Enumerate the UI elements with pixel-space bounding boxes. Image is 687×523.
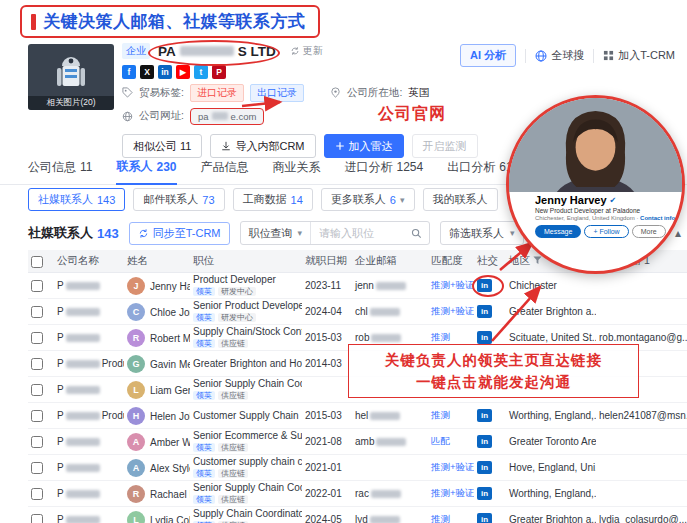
x-icon[interactable]: X	[140, 65, 154, 79]
job-tag: 领英	[193, 469, 215, 478]
tag-icon	[122, 87, 133, 98]
contact-filter-select[interactable]: 筛选联系人▾	[440, 221, 524, 245]
search-icon[interactable]	[411, 228, 429, 239]
tab-label: 产品信息	[201, 159, 249, 176]
pill-business-data[interactable]: 工商数据14	[233, 188, 313, 211]
join-tcrm-button[interactable]: 加入T-CRM	[603, 48, 675, 63]
company-name-suffix: S LTD	[238, 44, 276, 59]
row-checkbox[interactable]	[31, 384, 43, 396]
website-annotation: 公司官网	[378, 104, 446, 125]
linkedin-icon[interactable]: in	[477, 305, 492, 318]
job-tag: 供应链	[218, 339, 248, 348]
filter-funnel-icon[interactable]	[533, 256, 542, 265]
contact-name: Liam Gent	[150, 384, 190, 395]
row-checkbox[interactable]	[31, 488, 43, 500]
pill-my-contacts[interactable]: 我的联系人	[423, 188, 498, 211]
row-checkbox[interactable]	[31, 358, 43, 370]
contact-name: Helen Johnstone	[150, 410, 190, 421]
sync-tcrm-button[interactable]: 同步至T-CRM	[129, 222, 230, 245]
company-website[interactable]: pa e.com	[190, 108, 264, 125]
match-level: 推测+验证	[428, 481, 474, 507]
match-level: 推测+验证	[428, 455, 474, 481]
position-search-input[interactable]	[311, 227, 411, 239]
ai-analysis-button[interactable]: AI 分析	[460, 44, 516, 67]
linkedin-icon[interactable]: in	[477, 435, 492, 448]
company-name: P	[57, 488, 102, 499]
linkedin-icon[interactable]: in	[477, 513, 492, 523]
extra-email	[596, 273, 687, 299]
tab-products[interactable]: 产品信息	[201, 152, 249, 184]
match-level: 匹配	[428, 429, 474, 455]
contact-name: Jenny Harvey	[150, 280, 190, 291]
follow-button[interactable]: + Follow	[584, 225, 628, 238]
header-top-actions: AI 分析 全球搜 加入T-CRM	[460, 44, 675, 67]
message-button[interactable]: Message	[535, 225, 581, 238]
column-header: 社交	[474, 250, 506, 273]
tab-contacts[interactable]: 联系人230	[116, 152, 176, 185]
row-checkbox[interactable]	[31, 436, 43, 448]
company-name: PProduc...	[57, 410, 124, 421]
divider	[525, 49, 526, 63]
region: Worthing, England,...	[506, 481, 596, 507]
extra-email: lydia_colasurdo@...	[596, 507, 687, 523]
linkedin-icon[interactable]: in	[477, 487, 492, 500]
sync-icon	[138, 228, 149, 239]
table-row[interactable]: P AAmber Whitty Senior Ecommerce & Suppl…	[28, 429, 687, 455]
avatar: H	[127, 407, 145, 425]
table-row[interactable]: PProduc... HHelen Johnstone Customer Sup…	[28, 403, 687, 429]
tab-import-analysis[interactable]: 进口分析1254	[345, 152, 424, 184]
refresh-button[interactable]: 更新	[290, 44, 323, 58]
pill-label: 我的联系人	[433, 192, 488, 207]
extra-email	[596, 299, 687, 325]
company-name: P	[57, 514, 102, 523]
row-checkbox[interactable]	[31, 280, 43, 292]
export-records-tag[interactable]: 出口记录	[250, 84, 304, 102]
enterprise-badge: 企业	[122, 43, 150, 59]
pinterest-icon[interactable]: P	[212, 65, 226, 79]
twitter-icon[interactable]: t	[194, 65, 208, 79]
extra-email	[596, 455, 687, 481]
linkedin-icon[interactable]: in	[477, 409, 492, 422]
select-all-checkbox[interactable]	[31, 256, 43, 268]
table-row[interactable]: P LLydia Colasurdo Supply Chain Coordina…	[28, 507, 687, 523]
row-checkbox[interactable]	[31, 410, 43, 422]
table-row[interactable]: P CChloe Jones Senior Product Developer领…	[28, 299, 687, 325]
contact-info-link[interactable]: Contact info	[640, 215, 675, 221]
position-select[interactable]: 职位查询▾	[241, 222, 312, 244]
refresh-icon	[290, 46, 300, 56]
pill-social-contacts[interactable]: 社媒联系人143	[28, 188, 125, 211]
column-header: 姓名	[124, 250, 190, 273]
table-row[interactable]: P RRachael Kelly Senior Supply Chain Coo…	[28, 481, 687, 507]
grid-icon	[603, 50, 614, 61]
youtube-icon[interactable]: ▶	[176, 65, 190, 79]
row-checkbox[interactable]	[31, 514, 43, 523]
linkedin-icon[interactable]: in	[477, 279, 492, 292]
facebook-icon[interactable]: f	[122, 65, 136, 79]
company-name: PA S LTD	[158, 44, 276, 59]
tab-count: 230	[156, 160, 176, 174]
tab-business-relations[interactable]: 商业关系	[273, 152, 321, 184]
globe-icon	[535, 50, 547, 62]
tab-company-info[interactable]: 公司信息11	[28, 152, 92, 184]
linkedin-icon[interactable]: in	[477, 331, 492, 344]
column-header: 公司名称	[54, 250, 124, 273]
pill-more-contacts[interactable]: 更多联系人6▾	[321, 188, 415, 211]
global-search-button[interactable]: 全球搜	[535, 48, 584, 63]
linkedin-icon[interactable]: in	[477, 461, 492, 474]
page-title: 关键决策人邮箱、社媒等联系方式	[43, 10, 306, 33]
linkedin-icon[interactable]: in	[158, 65, 172, 79]
match-level: 推测	[428, 507, 474, 523]
row-checkbox[interactable]	[31, 462, 43, 474]
start-date: 2024-05	[302, 507, 352, 523]
company-photo[interactable]: 相关图片(20)	[28, 44, 114, 110]
collapse-icon[interactable]: ▴	[675, 226, 681, 240]
row-checkbox[interactable]	[31, 332, 43, 344]
avatar: L	[127, 511, 145, 523]
import-records-tag[interactable]: 进口记录	[190, 84, 244, 102]
more-button[interactable]: More	[632, 225, 666, 238]
row-checkbox[interactable]	[31, 306, 43, 318]
linkedin-profile-preview[interactable]: Jenny Harvey✔ New Product Developer at P…	[506, 95, 685, 274]
table-row[interactable]: P JJenny Harvey Product Developer领英研发中心 …	[28, 273, 687, 299]
table-row[interactable]: P AAlex Styles Customer supply chain coo…	[28, 455, 687, 481]
pill-email-contacts[interactable]: 邮件联系人73	[133, 188, 224, 211]
